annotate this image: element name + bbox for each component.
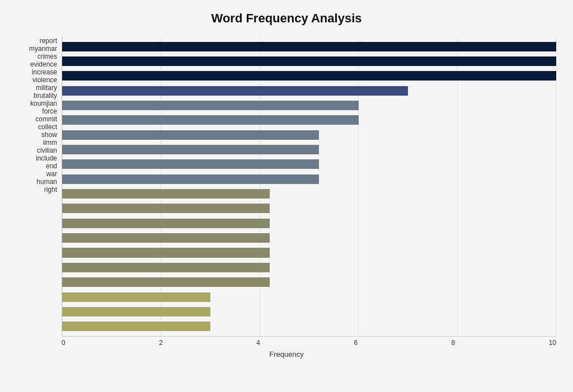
- bar-row: [62, 39, 556, 54]
- bar-row: [62, 230, 556, 245]
- bars-section: reportmyanmarcrimesevidenceincreaseviole…: [17, 37, 556, 337]
- bar: [62, 71, 556, 81]
- y-axis-label: brutality: [17, 92, 62, 100]
- bar: [62, 322, 210, 331]
- x-axis-labels: 0246810: [62, 339, 556, 347]
- bar: [62, 42, 556, 51]
- x-axis-tick-label: 2: [159, 339, 163, 347]
- y-axis-label: report: [17, 37, 62, 45]
- y-axis-label: crimes: [17, 53, 62, 60]
- bar-row: [62, 186, 556, 201]
- bar-row: [62, 290, 556, 304]
- bar: [62, 204, 270, 213]
- plot-area: [62, 37, 556, 337]
- y-axis-label: increase: [17, 68, 62, 76]
- y-axis-label: koumjian: [17, 100, 62, 107]
- y-axis-label: show: [17, 131, 62, 139]
- y-axis-label: military: [17, 84, 62, 92]
- y-axis-label: war: [17, 170, 62, 178]
- bar: [62, 189, 270, 199]
- chart-area: reportmyanmarcrimesevidenceincreaseviole…: [17, 37, 556, 358]
- bar-row: [62, 83, 556, 98]
- bar: [62, 174, 319, 184]
- bar: [62, 86, 408, 96]
- y-axis-label: right: [17, 186, 62, 193]
- y-axis-label: iimm: [17, 139, 62, 147]
- bar: [62, 130, 319, 140]
- bar: [62, 292, 210, 302]
- bar-row: [62, 319, 556, 334]
- y-axis-label: human: [17, 178, 62, 186]
- bar: [62, 56, 556, 66]
- x-axis-section: 0246810: [17, 339, 556, 347]
- y-axis-label: violence: [17, 76, 62, 84]
- bar-row: [62, 304, 556, 319]
- bar: [62, 248, 270, 257]
- bar: [62, 263, 270, 272]
- y-axis-labels: reportmyanmarcrimesevidenceincreaseviole…: [17, 37, 62, 337]
- bar: [62, 115, 359, 125]
- bar-row: [62, 98, 556, 112]
- x-axis-tick-label: 0: [62, 339, 65, 347]
- y-axis-label: civilian: [17, 147, 62, 154]
- y-axis-label: myanmar: [17, 45, 62, 53]
- bar: [62, 101, 359, 110]
- x-axis-title: Frequency: [17, 350, 556, 358]
- bar-row: [62, 201, 556, 216]
- bar-row: [62, 142, 556, 157]
- bar-rows: [62, 37, 556, 336]
- y-axis-label: end: [17, 162, 62, 170]
- bar-row: [62, 275, 556, 290]
- y-axis-label: evidence: [17, 60, 62, 68]
- x-axis-tick-label: 8: [452, 339, 455, 347]
- x-axis-tick-label: 10: [549, 339, 556, 347]
- y-axis-label: collect: [17, 123, 62, 131]
- bar-row: [62, 127, 556, 142]
- bar-row: [62, 172, 556, 186]
- bar-row: [62, 157, 556, 172]
- bar-row: [62, 260, 556, 275]
- bar: [62, 159, 319, 169]
- bar-row: [62, 54, 556, 68]
- bar-row: [62, 245, 556, 260]
- bar: [62, 219, 270, 228]
- y-axis-label: force: [17, 107, 62, 115]
- x-axis-tick-label: 4: [256, 339, 260, 347]
- bar-row: [62, 113, 556, 127]
- y-axis-label: include: [17, 154, 62, 162]
- chart-title: Word Frequency Analysis: [17, 11, 556, 26]
- bar: [62, 277, 270, 287]
- y-axis-label: commit: [17, 115, 62, 123]
- x-axis-tick-label: 6: [354, 339, 358, 347]
- bar-row: [62, 216, 556, 230]
- bar: [62, 233, 270, 243]
- chart-container: Word Frequency Analysis reportmyanmarcri…: [0, 0, 573, 392]
- bar-row: [62, 69, 556, 83]
- bar: [62, 145, 319, 154]
- bar: [62, 307, 210, 317]
